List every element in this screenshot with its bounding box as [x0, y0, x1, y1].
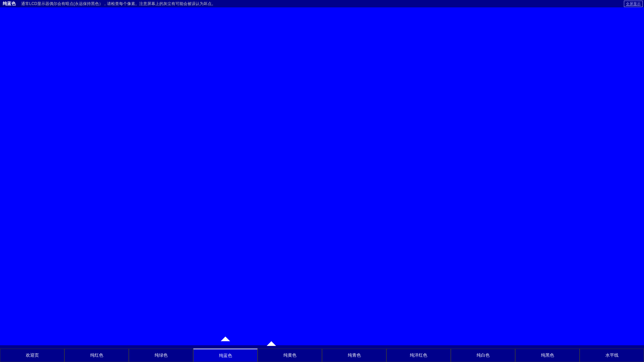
nav-tab-4[interactable]: 纯黄色 — [258, 349, 322, 362]
nav-tab-9[interactable]: 水平线 — [580, 349, 644, 362]
nav-tab-0[interactable]: 欢迎页 — [0, 349, 64, 362]
main-area: 纯蓝色 通常LCD显示器偶尔会有暗点(永远保持黑色），请检查每个像素。注意屏幕上… — [0, 0, 644, 362]
nav-tab-7[interactable]: 纯白色 — [451, 349, 515, 362]
nav-tab-8[interactable]: 纯黑色 — [515, 349, 580, 362]
fullscreen-button[interactable]: 全屏显示 — [624, 1, 643, 7]
nav-tabs: 欢迎页纯红色纯绿色纯蓝色纯黄色纯青色纯洋红色纯白色纯黑色水平线 — [0, 349, 644, 362]
blue-content-area — [0, 7, 644, 345]
nav-tab-2[interactable]: 纯绿色 — [129, 349, 193, 362]
nav-tab-6[interactable]: 纯洋红色 — [386, 349, 451, 362]
bottom-nav-area: 欢迎页纯红色纯绿色纯蓝色纯黄色纯青色纯洋红色纯白色纯黑色水平线 — [0, 345, 644, 362]
top-bar: 纯蓝色 通常LCD显示器偶尔会有暗点(永远保持黑色），请检查每个像素。注意屏幕上… — [0, 0, 644, 7]
nav-tab-1[interactable]: 纯红色 — [64, 349, 129, 362]
page-title: 纯蓝色 — [3, 1, 16, 7]
nav-tab-3[interactable]: 纯蓝色 — [193, 349, 258, 362]
nav-tab-5[interactable]: 纯青色 — [322, 349, 386, 362]
page-description: 通常LCD显示器偶尔会有暗点(永远保持黑色），请检查每个像素。注意屏幕上的灰尘有… — [21, 1, 641, 7]
